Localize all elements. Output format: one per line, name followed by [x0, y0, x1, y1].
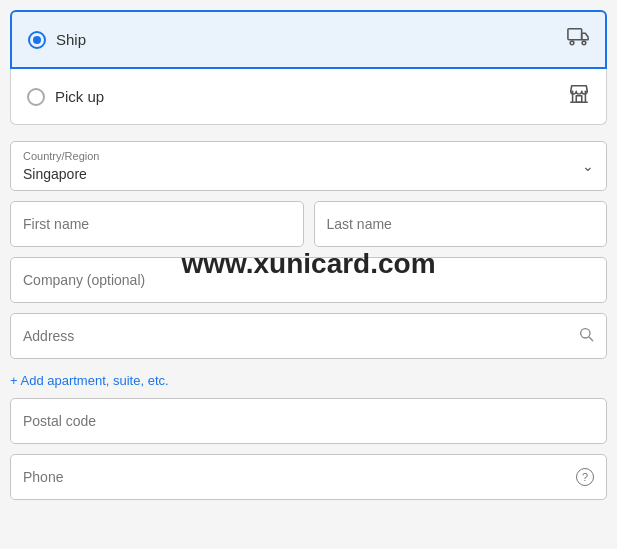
first-name-field	[10, 201, 304, 247]
svg-rect-3	[576, 96, 582, 102]
svg-point-1	[570, 41, 574, 45]
phone-help-icon[interactable]: ?	[576, 468, 594, 486]
pickup-radio[interactable]	[27, 88, 45, 106]
shipping-form: Country/Region Singapore ⌄	[10, 141, 607, 518]
company-field	[10, 257, 607, 303]
phone-input-wrapper: ?	[10, 454, 607, 500]
company-input[interactable]	[11, 258, 606, 302]
first-name-input[interactable]	[11, 202, 303, 246]
postal-code-input[interactable]	[11, 399, 606, 443]
first-name-input-wrapper	[10, 201, 304, 247]
add-apartment-link[interactable]: + Add apartment, suite, etc.	[10, 373, 169, 388]
postal-code-field	[10, 398, 607, 444]
company-input-wrapper	[10, 257, 607, 303]
truck-icon	[567, 26, 589, 53]
svg-rect-0	[568, 29, 582, 40]
phone-field: ?	[10, 454, 607, 500]
pickup-label: Pick up	[55, 88, 104, 105]
ship-radio[interactable]	[28, 31, 46, 49]
pickup-option[interactable]: Pick up	[10, 69, 607, 125]
address-input[interactable]	[11, 314, 606, 358]
address-field	[10, 313, 607, 359]
svg-point-2	[582, 41, 586, 45]
country-value[interactable]: Singapore	[11, 142, 606, 190]
postal-code-input-wrapper	[10, 398, 607, 444]
phone-input[interactable]	[11, 455, 606, 499]
country-select[interactable]: Country/Region Singapore ⌄	[10, 141, 607, 191]
ship-option[interactable]: Ship	[10, 10, 607, 69]
ship-label: Ship	[56, 31, 86, 48]
name-row	[10, 201, 607, 247]
last-name-input[interactable]	[315, 202, 607, 246]
last-name-field	[314, 201, 608, 247]
address-input-wrapper	[10, 313, 607, 359]
last-name-input-wrapper	[314, 201, 608, 247]
store-icon	[568, 83, 590, 110]
